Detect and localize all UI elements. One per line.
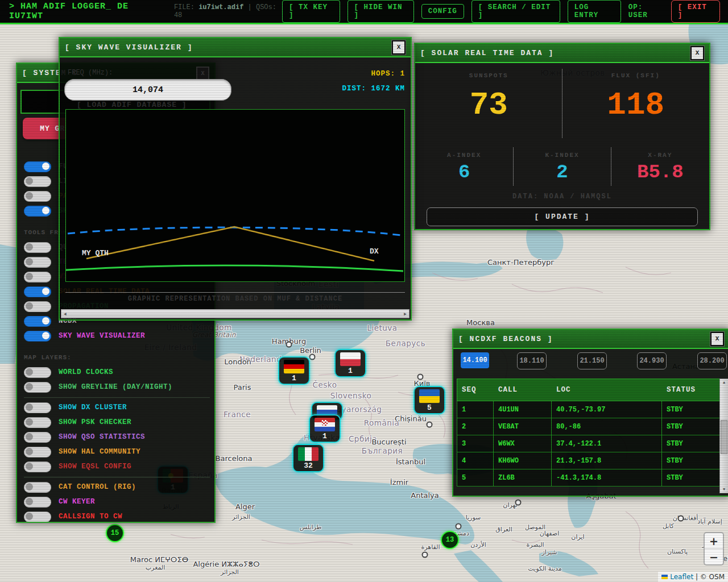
toggle-switch-cw-keyer[interactable] xyxy=(24,497,51,508)
exit-button[interactable]: [ EXIT ] xyxy=(671,0,720,23)
map-label: پاکستان xyxy=(667,548,688,555)
dist-readout: DIST: 1672 KM xyxy=(342,85,405,93)
toggle-switch-show-hal-community[interactable] xyxy=(24,447,51,458)
toggle-switch-sky-wave-visualizer[interactable] xyxy=(24,331,51,342)
toggle-switch-show-qso-statistics[interactable] xyxy=(24,432,51,443)
ncdxf-close-button[interactable]: X xyxy=(710,332,724,346)
operator-label: OP: USER xyxy=(628,3,664,19)
marker-count: 32 xyxy=(295,461,321,471)
toggle-switch-show-dx-cluster[interactable] xyxy=(24,402,51,413)
flag-marker-croatia[interactable]: 1 xyxy=(309,414,341,443)
toggle-knob xyxy=(26,383,33,390)
toggle-row-show-qso-statistics: SHOW QSO STATISTICS xyxy=(24,430,210,444)
toggle-switch-part[interactable] xyxy=(24,191,51,202)
beacon-cell: KH6WO xyxy=(494,452,552,469)
toggle-switch-show-psk-checker[interactable] xyxy=(24,417,51,428)
flag-marker-poland[interactable]: 1 xyxy=(334,349,366,377)
scrollbar-thumb[interactable] xyxy=(721,420,727,454)
map-label: Algérie ⵍⵣⵣⴰⵢⴻⵔ xyxy=(193,560,259,568)
ncdxf-tab-24.930[interactable]: 24.930 xyxy=(637,352,667,369)
map-label: مدينة الكويت xyxy=(528,565,561,572)
city-dot-icon xyxy=(422,552,428,558)
topbar-button-search-edit[interactable]: [ SEARCH / EDIT ] xyxy=(471,0,560,23)
ncdxf-titlebar[interactable]: [ NCDXF BEACONS ] X xyxy=(453,330,728,349)
solar-data-source: DATA: NOAA / HAMQSL xyxy=(415,193,709,201)
beacon-cell: VE8AT xyxy=(494,418,552,435)
ncdxf-tab-21.150[interactable]: 21.150 xyxy=(577,352,607,369)
map-label: London xyxy=(224,357,251,366)
leaflet-link[interactable]: Leaflet xyxy=(670,573,693,581)
beacon-row-W6WX[interactable]: 3W6WX37.4,-122.1STBY xyxy=(457,435,720,452)
cluster-marker[interactable]: 13 xyxy=(441,531,459,549)
topbar-button-tx-key[interactable]: [ TX KEY ] xyxy=(282,0,340,23)
toggle-switch-callsign-to-cw[interactable] xyxy=(24,512,51,522)
toggle-switch-vint[interactable] xyxy=(24,272,51,282)
topbar-button-config[interactable]: CONFIG xyxy=(421,4,464,19)
beacon-row-ZL6B[interactable]: 5ZL6B-41.3,174.8STBY xyxy=(457,469,720,487)
topbar-button-log-entry[interactable]: LOG ENTRY xyxy=(568,0,621,23)
flag-marker-germany[interactable]: 1 xyxy=(278,356,310,385)
toggle-knob xyxy=(26,433,33,440)
scroll-up-icon[interactable]: ▲ xyxy=(720,380,728,385)
scroll-right-icon[interactable]: ► xyxy=(402,311,409,317)
solar-titlebar[interactable]: [ SOLAR REAL TIME DATA ] X xyxy=(415,44,709,63)
toggle-label: WORLD CLOCKS xyxy=(59,368,113,376)
metric-value: B5.8 xyxy=(637,159,684,186)
app-screen: Санкт-ПетербургМоскваStockholmEestiLatvi… xyxy=(0,0,728,582)
map-zoom-in-button[interactable]: + xyxy=(705,533,723,548)
toggle-switch-solar-real-time-data[interactable] xyxy=(24,286,51,297)
toggle-switch-world-clocks[interactable] xyxy=(24,367,51,378)
beacon-cell: STBY xyxy=(662,401,720,418)
toggle-switch-propagation[interactable] xyxy=(24,301,51,312)
solar-close-button[interactable]: X xyxy=(690,46,704,60)
skywave-close-button[interactable]: X xyxy=(392,40,406,55)
beacon-row-VE8AT[interactable]: 2VE8AT80,-86STBY xyxy=(457,418,720,435)
osm-link[interactable]: © OSM xyxy=(700,573,725,581)
toggle-switch-quic[interactable] xyxy=(24,242,51,253)
city-dot-icon xyxy=(456,523,462,530)
croatia-flag-icon xyxy=(315,418,335,431)
toggle-switch-show-eqsl-config[interactable] xyxy=(24,462,51,472)
toggle-knob xyxy=(26,418,33,426)
toggle-label: SHOW EQSL CONFIG xyxy=(59,463,131,471)
solar-divider xyxy=(513,147,514,186)
freq-input[interactable] xyxy=(64,79,231,101)
toggle-row-show-psk-checker: SHOW PSK CHECKER xyxy=(24,415,210,430)
map-label: Alger xyxy=(235,502,255,511)
toggle-switch-text[interactable] xyxy=(24,257,51,268)
beacon-row-KH6WO[interactable]: 4KH6WO21.3,-157.8STBY xyxy=(457,452,720,469)
file-name: iu7iwt.adif xyxy=(198,3,243,11)
skywave-scrollbar[interactable]: ◄ ► xyxy=(61,309,410,318)
flag-marker-ukraine[interactable]: 5 xyxy=(413,386,445,414)
map-label: France xyxy=(224,410,251,419)
beacon-row-4U1UN[interactable]: 14U1UN40.75,-73.97STBY xyxy=(457,401,720,418)
skywave-titlebar[interactable]: [ SKY WAVE VISUALIZER ] X xyxy=(60,38,411,57)
map-label: الجزائر xyxy=(232,513,250,521)
solar-metric-a-index: A-INDEX6 xyxy=(415,145,513,189)
topbar-button-hide-win[interactable]: [ HIDE WIN ] xyxy=(348,0,414,23)
cluster-marker[interactable]: 15 xyxy=(106,524,124,542)
map-label: Беларусь xyxy=(386,339,425,348)
ncdxf-frequency-tabs: 14.10018.11021.15024.93028.200 xyxy=(453,352,728,369)
map-zoom-out-button[interactable]: − xyxy=(705,549,723,564)
map-label: الجزائر xyxy=(221,568,239,576)
toggle-switch-show[interactable] xyxy=(24,206,51,217)
toggle-switch-full[interactable] xyxy=(24,161,51,172)
ncdxf-tab-14.100[interactable]: 14.100 xyxy=(461,352,489,368)
ncdxf-tab-28.200[interactable]: 28.200 xyxy=(697,352,727,369)
toggle-switch-ligh[interactable] xyxy=(24,176,51,187)
toggle-switch-show-greyline-day-night[interactable] xyxy=(24,382,51,393)
solar-update-button[interactable]: [ UPDATE ] xyxy=(427,207,698,226)
signal-path-line xyxy=(86,227,374,261)
ncdxf-tab-18.110[interactable]: 18.110 xyxy=(517,352,547,369)
toggle-switch-cat-control-rig[interactable] xyxy=(24,482,51,493)
scroll-left-icon[interactable]: ◄ xyxy=(61,311,69,317)
metric-label: K-INDEX xyxy=(545,152,579,159)
ncdxf-scrollbar[interactable]: ▲ ▼ xyxy=(719,379,728,493)
ukraine-flag-icon xyxy=(419,389,440,403)
toggle-switch-ncdx[interactable] xyxy=(24,316,51,327)
flag-marker-italy[interactable]: 32 xyxy=(292,444,324,472)
ncdxf-table-header: SEQCALLLOCSTATUS xyxy=(457,379,720,401)
toggle-knob xyxy=(42,207,49,214)
scroll-down-icon[interactable]: ▼ xyxy=(720,487,728,492)
